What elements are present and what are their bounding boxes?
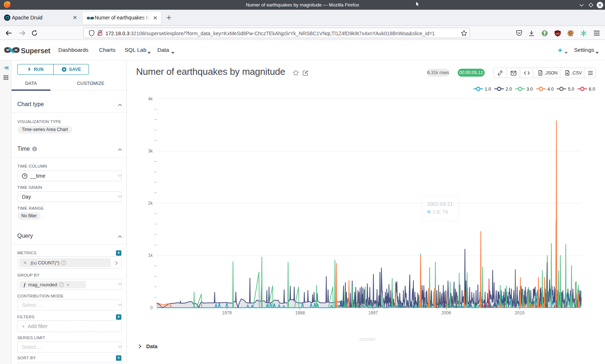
svg-text:1997: 1997 (368, 310, 378, 315)
svg-text:1988: 1988 (295, 310, 305, 315)
svg-text:?: ? (63, 261, 64, 264)
svg-text:4k: 4k (148, 96, 153, 101)
svg-text:1k: 1k (148, 253, 153, 258)
svg-text:0: 0 (150, 305, 153, 310)
svg-text:1979: 1979 (222, 310, 232, 315)
svg-text:2006: 2006 (442, 310, 451, 315)
svg-text:2015: 2015 (515, 310, 525, 315)
svg-text:3k: 3k (148, 149, 153, 154)
svg-text:?: ? (60, 283, 62, 286)
svg-text:uO: uO (556, 32, 560, 35)
svg-text:2k: 2k (148, 201, 153, 206)
